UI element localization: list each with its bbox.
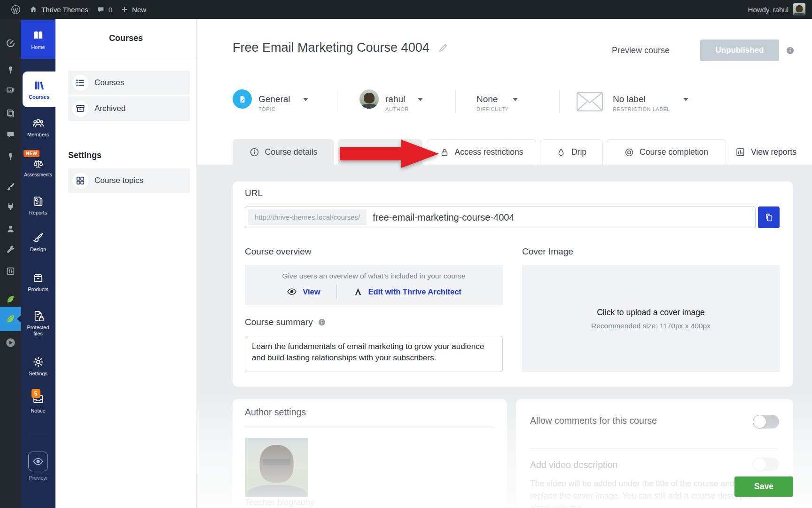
divider (245, 428, 495, 428)
preview-course-link[interactable]: Preview course (612, 46, 670, 56)
sidebar-label: Protected files (23, 325, 53, 336)
author-photo[interactable] (245, 438, 308, 497)
course-url-input[interactable]: http://thrive-themes.local/courses/ free… (245, 206, 756, 228)
tab-view-reports[interactable]: View reports (733, 139, 799, 165)
restriction-label: RESTRICTION LABEL (613, 106, 670, 112)
pages-icon[interactable] (0, 103, 21, 122)
comments-icon[interactable] (0, 125, 21, 144)
course-title: Free Email Marketing Course 4004 (233, 40, 429, 55)
notice-count-badge: 5 (31, 389, 40, 398)
main-area: Free Email Marketing Course 4004 Preview… (197, 19, 812, 508)
paintbrush-icon (32, 231, 45, 244)
sidebar-item-protected-files[interactable]: Protected files (21, 310, 55, 336)
url-slug-value: free-email-marketing-course-4004 (373, 212, 514, 223)
author-label: AUTHOR (385, 106, 409, 112)
difficulty-label: DIFFICULTY (476, 106, 509, 112)
sidebar-label: Assessments (24, 172, 52, 178)
pin-icon[interactable] (0, 147, 21, 166)
status-info-icon[interactable] (786, 46, 795, 55)
sidebar-label: Reports (29, 210, 47, 216)
video-description-label: Add video description (530, 460, 617, 470)
copy-url-button[interactable] (758, 206, 780, 228)
tab-course-completion[interactable]: Course completion (607, 139, 726, 165)
copy-icon (764, 213, 774, 222)
url-prefix: http://thrive-themes.local/courses/ (248, 209, 367, 225)
wp-admin-bar: Thrive Themes 0 New Howdy, rahul (0, 0, 812, 19)
restriction-label-dropdown[interactable]: No label RESTRICTION LABEL (576, 89, 688, 113)
appearance-brush-icon[interactable] (0, 177, 21, 196)
comment-bubble-icon (97, 6, 105, 14)
report-doc-icon (32, 195, 44, 207)
sidebar-label: Settings (29, 371, 47, 377)
plugins-icon[interactable] (0, 197, 21, 216)
sidebar-item-design[interactable]: Design (21, 231, 55, 253)
sidebar-item-courses[interactable]: Courses (23, 71, 55, 107)
view-overview-link[interactable]: View (286, 286, 320, 297)
thrive-leaf-icon[interactable] (0, 290, 21, 309)
file-lock-icon (32, 310, 45, 322)
course-summary-textarea[interactable]: Learn the fundamentals of email marketin… (245, 336, 503, 372)
settings-sliders-icon[interactable] (0, 262, 21, 280)
video-play-icon[interactable] (0, 333, 21, 352)
chevron-down-icon (418, 98, 423, 101)
topic-icon (233, 89, 252, 109)
user-avatar (793, 3, 805, 16)
wordpress-logo-icon[interactable] (7, 0, 25, 19)
author-dropdown[interactable]: rahul AUTHOR (359, 89, 423, 113)
url-section-label: URL (245, 188, 263, 198)
author-settings-title: Author settings (245, 407, 306, 418)
pin-icon[interactable] (0, 60, 21, 79)
author-settings-card: Author settings Teacher biography (233, 399, 507, 508)
sidebar-divider (28, 433, 48, 433)
save-button[interactable]: Save (734, 476, 793, 497)
account-menu[interactable]: Howdy, rahul (748, 3, 805, 16)
tab-access-restrictions[interactable]: Access restrictions (427, 139, 536, 165)
info-icon[interactable] (318, 318, 326, 326)
unpublished-button[interactable]: Unpublished (700, 40, 779, 61)
chevron-down-icon (513, 98, 518, 101)
tab-course-details[interactable]: Course details (233, 139, 334, 165)
edit-title-icon[interactable] (438, 42, 449, 53)
new-menu[interactable]: New (117, 0, 150, 19)
edit-with-architect-link[interactable]: Edit with Thrive Architect (353, 287, 461, 296)
sidebar-item-assessments[interactable]: NEW Assessments (21, 150, 55, 181)
members-icon (32, 117, 45, 129)
users-icon[interactable] (0, 219, 21, 238)
panel-item-courses[interactable]: Courses (68, 71, 190, 95)
sidebar-item-members[interactable]: Members (21, 117, 55, 138)
difficulty-dropdown[interactable]: None DIFFICULTY (476, 89, 518, 113)
gear-icon (32, 356, 45, 368)
book-icon (32, 29, 45, 42)
tab-drip[interactable]: Drip (540, 139, 603, 165)
sidebar-item-preview[interactable]: Preview (21, 452, 55, 481)
divider (530, 448, 779, 449)
media-icon[interactable] (0, 81, 21, 100)
envelope-icon (576, 91, 604, 112)
comments-menu[interactable]: 0 (93, 0, 117, 19)
plus-icon (121, 6, 128, 13)
video-description-toggle[interactable] (753, 458, 779, 471)
cover-image-upload[interactable]: Click to upload a cover image Recommende… (522, 265, 780, 372)
allow-comments-toggle[interactable] (753, 415, 779, 429)
topic-dropdown[interactable]: General TOPIC (233, 89, 308, 113)
teacher-biography-label: Teacher biography (245, 498, 314, 508)
sidebar-item-notice[interactable]: 5 Notice (21, 393, 55, 414)
list-icon (72, 75, 88, 91)
sidebar-item-settings[interactable]: Settings (21, 356, 55, 377)
topic-label: TOPIC (258, 106, 275, 112)
sidebar-item-home[interactable]: Home (21, 20, 55, 59)
home-icon (29, 5, 38, 14)
thrive-leaf-active-icon[interactable] (0, 307, 21, 331)
overview-hint: Give users an overview of what's include… (282, 272, 466, 280)
panel-item-archived[interactable]: Archived (68, 96, 190, 121)
site-name: Thrive Themes (41, 6, 88, 14)
package-icon (32, 272, 44, 284)
panel-item-course-topics[interactable]: Course topics (68, 168, 190, 193)
sidebar-item-reports[interactable]: Reports (21, 195, 55, 216)
meta-divider (455, 90, 456, 113)
tools-wrench-icon[interactable] (0, 239, 21, 258)
site-menu[interactable]: Thrive Themes (25, 0, 93, 19)
panel-title: Courses (55, 19, 196, 58)
dashboard-icon[interactable] (0, 33, 21, 52)
sidebar-item-products[interactable]: Products (21, 272, 55, 293)
